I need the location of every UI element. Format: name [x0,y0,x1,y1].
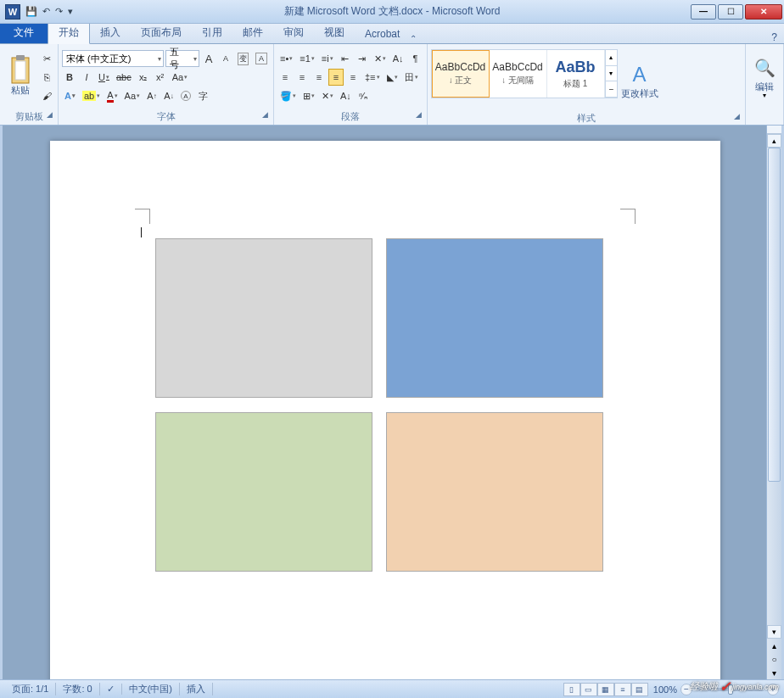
shading-button[interactable]: ◣ [384,69,400,86]
shrink-font-button[interactable]: A [218,50,233,67]
tab-page-layout[interactable]: 页面布局 [131,22,192,43]
qat-customize-icon[interactable]: ▾ [68,6,73,17]
grow-font-button[interactable]: A [201,50,216,67]
distributed-button[interactable]: ≡ [345,69,361,86]
underline-button[interactable]: U [96,69,112,86]
fill-color-button[interactable]: 🪣 [277,87,299,104]
text-effects-button[interactable]: A [62,87,78,104]
tab-file[interactable]: 文件 [0,22,48,43]
grow-font-2-button[interactable]: A↑ [144,87,160,104]
tab-view[interactable]: 视图 [314,22,355,43]
document-page[interactable]: | [50,141,720,679]
show-marks-button[interactable]: ¶ [408,50,423,67]
italic-button[interactable]: I [79,69,94,86]
subscript-button[interactable]: x₂ [136,69,151,86]
view-print-layout-button[interactable]: ▯ [563,683,580,696]
scroll-up-icon[interactable]: ▴ [767,134,781,148]
scroll-track[interactable] [767,148,781,625]
gallery-down-icon[interactable]: ▾ [606,66,617,82]
tab-review[interactable]: 审阅 [273,22,314,43]
style-nospacing[interactable]: AaBbCcDd ↓ 无间隔 [490,50,547,98]
prev-page-icon[interactable]: ▴ [767,639,781,652]
qat-save-icon[interactable]: 💾 [25,6,37,17]
minimize-ribbon-icon[interactable]: ⌃ [410,34,417,43]
format-painter-button[interactable]: 🖌 [39,87,54,104]
tab-references[interactable]: 引用 [192,22,232,43]
zoom-level[interactable]: 100% [653,684,677,695]
view-draft-button[interactable]: ▤ [631,683,648,696]
align-left-button[interactable]: ≡ [277,69,293,86]
decrease-indent-button[interactable]: ⇤ [338,50,353,67]
clear-formatting-button[interactable]: 字 [195,87,210,104]
borders-button[interactable]: 田 [402,69,421,86]
styles-launcher-icon[interactable]: ◢ [734,112,740,120]
scroll-thumb[interactable] [768,148,781,482]
scroll-down-icon[interactable]: ▾ [767,625,781,639]
line-spacing-button[interactable]: ‡≡ [362,69,383,86]
split-box[interactable] [767,126,781,134]
bullets-button[interactable]: ≡• [277,50,295,67]
status-language[interactable]: 中文(中国) [122,683,180,695]
status-word-count[interactable]: 字数: 0 [56,683,99,695]
phonetic-guide-button[interactable]: 变 [235,50,251,67]
bold-button[interactable]: B [62,69,77,86]
numbering-button[interactable]: ≡1 [297,50,317,67]
status-insert-mode[interactable]: 插入 [180,683,213,695]
browse-object-icon[interactable]: ○ [767,652,781,666]
showmarks-2-button[interactable]: ⁿ⁄ₙ [356,87,371,104]
shape-rect-gray[interactable] [155,238,372,398]
qat-undo-icon[interactable]: ↶ [42,6,50,17]
editing-button[interactable]: 🔍 编辑 ▾ [749,46,780,107]
font-name-combo[interactable]: 宋体 (中文正文) [62,50,164,67]
help-icon[interactable]: ? [771,31,777,43]
font-color-button[interactable]: A [104,87,120,104]
style-heading1[interactable]: AaBb 标题 1 [547,50,605,98]
multilevel-list-button[interactable]: ≡i [319,50,336,67]
document-scroll[interactable]: | [3,126,766,679]
cut-button[interactable]: ✂ [39,50,54,67]
change-styles-button[interactable]: A 更改样式 [619,49,660,110]
style-normal[interactable]: AaBbCcDd ↓ 正文 [432,50,490,98]
border-2-button[interactable]: ⊞ [300,87,317,104]
copy-button[interactable]: ⎘ [39,69,54,86]
view-fullscreen-button[interactable]: ▭ [580,683,597,696]
shrink-font-2-button[interactable]: A↓ [161,87,176,104]
char-shading-button[interactable]: Aa [122,87,143,104]
align-right-button[interactable]: ≡ [311,69,327,86]
shape-rect-green[interactable] [155,412,372,572]
asian-2-button[interactable]: ✕ [319,87,336,104]
view-web-button[interactable]: ▦ [597,683,614,696]
gallery-up-icon[interactable]: ▴ [606,50,617,66]
shape-rect-blue[interactable] [386,238,603,398]
increase-indent-button[interactable]: ⇥ [355,50,370,67]
char-border-button[interactable]: A [253,50,270,67]
status-proofing-icon[interactable]: ✓ [100,684,122,695]
paragraph-launcher-icon[interactable]: ◢ [416,110,422,119]
gallery-more-icon[interactable]: ⎼ [606,81,617,98]
clipboard-launcher-icon[interactable]: ◢ [47,110,53,119]
tab-mailings[interactable]: 邮件 [232,22,273,43]
font-size-combo[interactable]: 五号 [165,50,199,67]
status-page[interactable]: 页面: 1/1 [5,683,56,695]
minimize-button[interactable] [691,4,716,20]
paste-button[interactable]: 粘贴 [3,46,37,107]
enclose-char-button[interactable]: A [178,87,193,104]
next-page-icon[interactable]: ▾ [767,666,781,679]
sort-2-button[interactable]: A↓ [338,87,354,104]
font-launcher-icon[interactable]: ◢ [262,110,268,119]
maximize-button[interactable] [718,4,743,20]
highlight-button[interactable]: ab [80,87,103,104]
close-button[interactable] [745,4,782,20]
align-center-button[interactable]: ≡ [294,69,310,86]
change-case-button[interactable]: Aa [170,69,190,86]
strikethrough-button[interactable]: abc [114,69,134,86]
tab-insert[interactable]: 插入 [90,22,131,43]
tab-acrobat[interactable]: Acrobat [355,25,410,43]
tab-home[interactable]: 开始 [48,21,90,44]
asian-layout-button[interactable]: ✕ [372,50,389,67]
superscript-button[interactable]: x² [153,69,168,86]
sort-button[interactable]: A↓ [390,50,406,67]
shape-rect-orange[interactable] [386,412,603,572]
qat-redo-icon[interactable]: ↷ [55,6,63,17]
view-outline-button[interactable]: ≡ [614,683,631,696]
